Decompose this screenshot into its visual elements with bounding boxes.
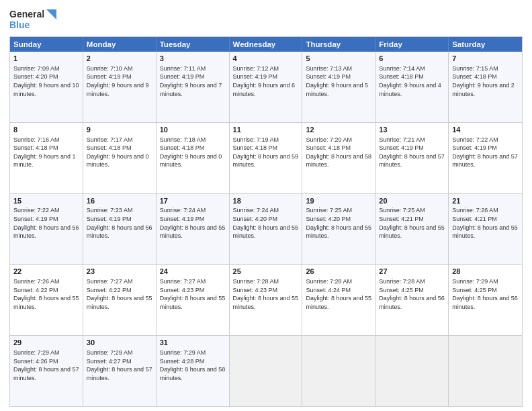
day-number: 17 [160, 196, 226, 206]
svg-text:General: General [9, 9, 44, 19]
day-number: 16 [87, 196, 152, 206]
day-number: 31 [160, 338, 226, 348]
day-number: 26 [306, 267, 371, 277]
day-number: 19 [306, 196, 371, 206]
day-number: 23 [87, 267, 152, 277]
day-number: 7 [452, 54, 519, 64]
day-number: 27 [379, 267, 445, 277]
calendar-cell: 29Sunrise: 7:29 AM Sunset: 4:26 PM Dayli… [10, 336, 83, 406]
calendar-row: 29Sunrise: 7:29 AM Sunset: 4:26 PM Dayli… [10, 336, 522, 406]
day-info: Sunrise: 7:23 AM Sunset: 4:19 PM Dayligh… [87, 206, 152, 240]
day-info: Sunrise: 7:22 AM Sunset: 4:19 PM Dayligh… [13, 206, 79, 240]
day-number: 3 [160, 54, 226, 64]
calendar-cell: 20Sunrise: 7:25 AM Sunset: 4:21 PM Dayli… [375, 194, 449, 265]
calendar-cell: 4Sunrise: 7:12 AM Sunset: 4:19 PM Daylig… [230, 52, 303, 122]
logo-svg: GeneralBlue [9, 7, 56, 32]
svg-text:Blue: Blue [9, 19, 30, 30]
logo: GeneralBlue [9, 7, 56, 32]
day-info: Sunrise: 7:25 AM Sunset: 4:20 PM Dayligh… [306, 206, 371, 240]
day-info: Sunrise: 7:11 AM Sunset: 4:19 PM Dayligh… [160, 64, 226, 98]
page-container: GeneralBlue SundayMondayTuesdayWednesday… [0, 0, 532, 411]
calendar-cell [230, 336, 303, 406]
svg-marker-0 [46, 9, 56, 19]
day-number: 6 [379, 54, 445, 64]
calendar-cell: 15Sunrise: 7:22 AM Sunset: 4:19 PM Dayli… [10, 194, 83, 265]
calendar-cell: 21Sunrise: 7:26 AM Sunset: 4:21 PM Dayli… [449, 194, 522, 265]
calendar-row: 1Sunrise: 7:09 AM Sunset: 4:20 PM Daylig… [10, 52, 522, 123]
day-number: 2 [87, 54, 152, 64]
day-number: 20 [379, 196, 445, 206]
day-info: Sunrise: 7:14 AM Sunset: 4:18 PM Dayligh… [379, 64, 445, 98]
day-info: Sunrise: 7:28 AM Sunset: 4:25 PM Dayligh… [379, 277, 445, 311]
day-info: Sunrise: 7:29 AM Sunset: 4:27 PM Dayligh… [87, 349, 152, 382]
day-info: Sunrise: 7:25 AM Sunset: 4:21 PM Dayligh… [379, 206, 445, 240]
calendar-row: 15Sunrise: 7:22 AM Sunset: 4:19 PM Dayli… [10, 194, 522, 265]
calendar-cell: 8Sunrise: 7:16 AM Sunset: 4:18 PM Daylig… [10, 123, 83, 193]
calendar-row: 8Sunrise: 7:16 AM Sunset: 4:18 PM Daylig… [10, 123, 522, 194]
day-info: Sunrise: 7:24 AM Sunset: 4:19 PM Dayligh… [160, 206, 226, 240]
day-info: Sunrise: 7:20 AM Sunset: 4:18 PM Dayligh… [306, 136, 371, 169]
day-info: Sunrise: 7:17 AM Sunset: 4:18 PM Dayligh… [87, 136, 152, 169]
day-number: 10 [160, 125, 226, 135]
day-info: Sunrise: 7:27 AM Sunset: 4:22 PM Dayligh… [87, 277, 152, 311]
weekday-header: Thursday [302, 37, 375, 52]
calendar-cell: 1Sunrise: 7:09 AM Sunset: 4:20 PM Daylig… [10, 52, 83, 122]
day-number: 12 [306, 125, 371, 135]
day-info: Sunrise: 7:09 AM Sunset: 4:20 PM Dayligh… [13, 64, 79, 98]
day-number: 30 [87, 338, 152, 348]
calendar-cell: 16Sunrise: 7:23 AM Sunset: 4:19 PM Dayli… [83, 194, 157, 265]
day-number: 25 [233, 267, 299, 277]
day-number: 21 [452, 196, 519, 206]
day-info: Sunrise: 7:21 AM Sunset: 4:19 PM Dayligh… [379, 136, 445, 169]
day-info: Sunrise: 7:19 AM Sunset: 4:18 PM Dayligh… [233, 136, 299, 169]
calendar-cell: 14Sunrise: 7:22 AM Sunset: 4:19 PM Dayli… [449, 123, 522, 193]
calendar-cell: 9Sunrise: 7:17 AM Sunset: 4:18 PM Daylig… [83, 123, 157, 193]
calendar-row: 22Sunrise: 7:26 AM Sunset: 4:22 PM Dayli… [10, 265, 522, 336]
day-number: 8 [13, 125, 79, 135]
calendar-body: 1Sunrise: 7:09 AM Sunset: 4:20 PM Daylig… [10, 52, 522, 406]
weekday-header: Friday [375, 37, 449, 52]
calendar-cell: 25Sunrise: 7:28 AM Sunset: 4:23 PM Dayli… [230, 265, 303, 335]
day-info: Sunrise: 7:16 AM Sunset: 4:18 PM Dayligh… [13, 136, 79, 169]
day-number: 28 [452, 267, 519, 277]
day-number: 5 [306, 54, 371, 64]
calendar-cell: 30Sunrise: 7:29 AM Sunset: 4:27 PM Dayli… [83, 336, 157, 406]
calendar-cell: 5Sunrise: 7:13 AM Sunset: 4:19 PM Daylig… [302, 52, 375, 122]
day-info: Sunrise: 7:27 AM Sunset: 4:23 PM Dayligh… [160, 277, 226, 311]
day-info: Sunrise: 7:24 AM Sunset: 4:20 PM Dayligh… [233, 206, 299, 240]
calendar: SundayMondayTuesdayWednesdayThursdayFrid… [9, 36, 523, 407]
calendar-cell [302, 336, 375, 406]
header: GeneralBlue [9, 7, 523, 32]
weekday-header: Wednesday [230, 37, 303, 52]
calendar-cell: 19Sunrise: 7:25 AM Sunset: 4:20 PM Dayli… [302, 194, 375, 265]
day-number: 18 [233, 196, 299, 206]
calendar-cell: 2Sunrise: 7:10 AM Sunset: 4:19 PM Daylig… [83, 52, 157, 122]
calendar-cell: 28Sunrise: 7:29 AM Sunset: 4:25 PM Dayli… [449, 265, 522, 335]
day-info: Sunrise: 7:26 AM Sunset: 4:21 PM Dayligh… [452, 206, 519, 240]
calendar-cell: 22Sunrise: 7:26 AM Sunset: 4:22 PM Dayli… [10, 265, 83, 335]
day-info: Sunrise: 7:29 AM Sunset: 4:26 PM Dayligh… [13, 349, 79, 382]
calendar-cell: 12Sunrise: 7:20 AM Sunset: 4:18 PM Dayli… [302, 123, 375, 193]
day-number: 9 [87, 125, 152, 135]
day-number: 14 [452, 125, 519, 135]
weekday-header: Sunday [10, 37, 83, 52]
day-info: Sunrise: 7:10 AM Sunset: 4:19 PM Dayligh… [87, 64, 152, 98]
day-number: 22 [13, 267, 79, 277]
calendar-cell: 10Sunrise: 7:18 AM Sunset: 4:18 PM Dayli… [157, 123, 230, 193]
day-info: Sunrise: 7:29 AM Sunset: 4:28 PM Dayligh… [160, 349, 226, 382]
calendar-header: SundayMondayTuesdayWednesdayThursdayFrid… [10, 37, 522, 52]
weekday-header: Saturday [449, 37, 522, 52]
calendar-cell: 11Sunrise: 7:19 AM Sunset: 4:18 PM Dayli… [230, 123, 303, 193]
calendar-cell: 27Sunrise: 7:28 AM Sunset: 4:25 PM Dayli… [375, 265, 449, 335]
calendar-cell [375, 336, 449, 406]
day-info: Sunrise: 7:28 AM Sunset: 4:23 PM Dayligh… [233, 277, 299, 311]
calendar-cell: 7Sunrise: 7:15 AM Sunset: 4:18 PM Daylig… [449, 52, 522, 122]
calendar-cell: 31Sunrise: 7:29 AM Sunset: 4:28 PM Dayli… [157, 336, 230, 406]
calendar-cell: 18Sunrise: 7:24 AM Sunset: 4:20 PM Dayli… [230, 194, 303, 265]
day-number: 1 [13, 54, 79, 64]
calendar-cell: 24Sunrise: 7:27 AM Sunset: 4:23 PM Dayli… [157, 265, 230, 335]
day-info: Sunrise: 7:28 AM Sunset: 4:24 PM Dayligh… [306, 277, 371, 311]
calendar-cell: 6Sunrise: 7:14 AM Sunset: 4:18 PM Daylig… [375, 52, 449, 122]
calendar-cell: 26Sunrise: 7:28 AM Sunset: 4:24 PM Dayli… [302, 265, 375, 335]
day-info: Sunrise: 7:29 AM Sunset: 4:25 PM Dayligh… [452, 277, 519, 311]
